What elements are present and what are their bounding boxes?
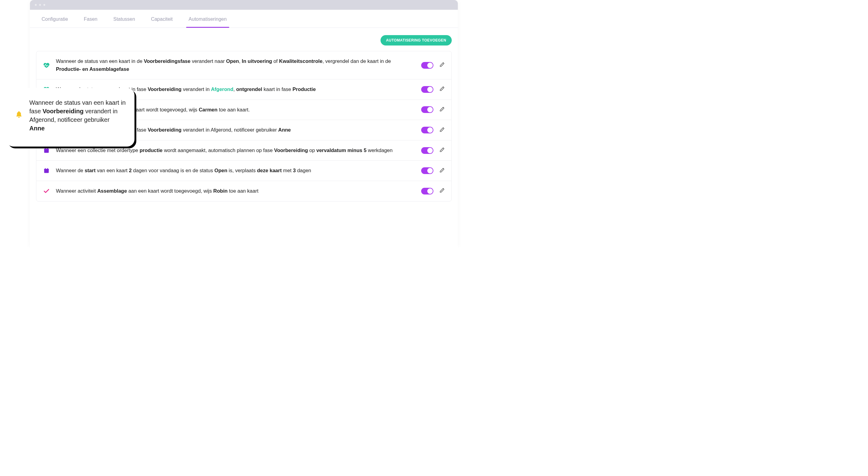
heartbeat-icon [43,62,50,69]
check-icon [43,188,50,195]
tab-fasen[interactable]: Fasen [76,10,105,28]
add-automation-button[interactable]: AUTOMATISERING TOEVOEGEN [380,35,452,45]
automation-description: Wanneer de status van een kaart in de Vo… [56,58,415,73]
tab-bar: ConfiguratieFasenStatussenCapaciteitAuto… [30,10,458,28]
svg-rect-6 [45,168,46,169]
automation-description: Wanneer de start van een kaart 2 dagen v… [56,167,415,175]
svg-rect-5 [44,169,49,170]
automation-row: Wanneer de start van een kaart 2 dagen v… [36,161,452,181]
window-dot [39,4,41,6]
svg-rect-7 [48,168,48,169]
calendar-icon [43,168,50,174]
edit-icon[interactable] [439,107,445,113]
edit-icon[interactable] [439,188,445,194]
enable-toggle[interactable] [421,147,433,154]
callout-card: Wanneer de status van een kaart in fase … [6,88,134,146]
row-controls [421,86,445,93]
edit-icon[interactable] [439,62,445,68]
row-controls [421,127,445,133]
enable-toggle[interactable] [421,188,433,195]
automation-row: Wanneer activiteit Assemblage aan een ka… [36,181,452,201]
row-controls [421,106,445,113]
window-dot [43,4,45,6]
row-controls [421,167,445,174]
tab-automatiseringen[interactable]: Automatiseringen [181,10,235,28]
enable-toggle[interactable] [421,127,433,133]
edit-icon[interactable] [439,86,445,93]
automation-row: Wanneer de status van een kaart in de Vo… [36,51,452,79]
window-dot [35,4,37,6]
edit-icon[interactable] [439,168,445,174]
enable-toggle[interactable] [421,86,433,93]
edit-icon[interactable] [439,147,445,154]
row-controls [421,188,445,195]
svg-rect-1 [44,149,49,150]
enable-toggle[interactable] [421,62,433,69]
enable-toggle[interactable] [421,106,433,113]
toolbar: AUTOMATISERING TOEVOEGEN [36,35,452,45]
row-controls [421,62,445,69]
enable-toggle[interactable] [421,167,433,174]
tab-statussen[interactable]: Statussen [105,10,143,28]
row-controls [421,147,445,154]
callout-text: Wanneer de status van een kaart in fase … [29,98,126,133]
automation-description: Wanneer activiteit Assemblage aan een ka… [56,187,415,195]
tab-configuratie[interactable]: Configuratie [34,10,76,28]
bell-icon [15,110,23,118]
window-titlebar [30,0,458,10]
tab-capaciteit[interactable]: Capaciteit [143,10,181,28]
edit-icon[interactable] [439,127,445,133]
tooltip-callout: Wanneer de status van een kaart in fase … [6,88,134,146]
